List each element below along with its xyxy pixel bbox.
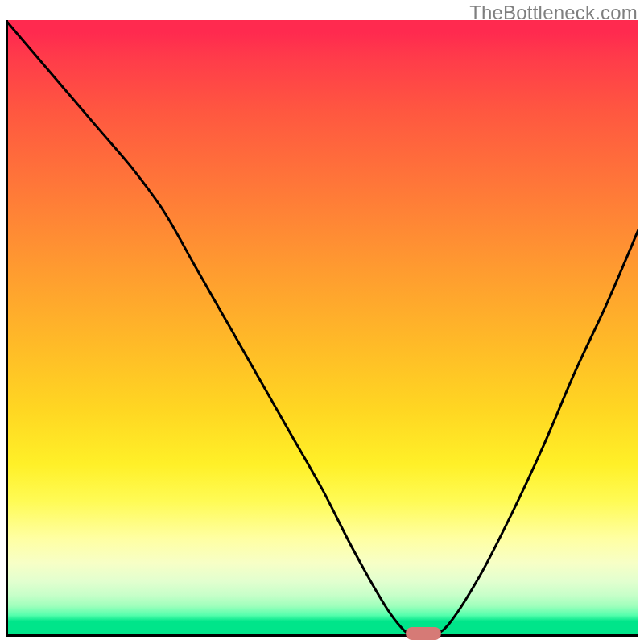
curve-path (6, 20, 638, 637)
bottleneck-curve (6, 20, 638, 637)
optimal-point-marker (406, 627, 441, 640)
chart-stage: TheBottleneck.com (0, 0, 644, 644)
